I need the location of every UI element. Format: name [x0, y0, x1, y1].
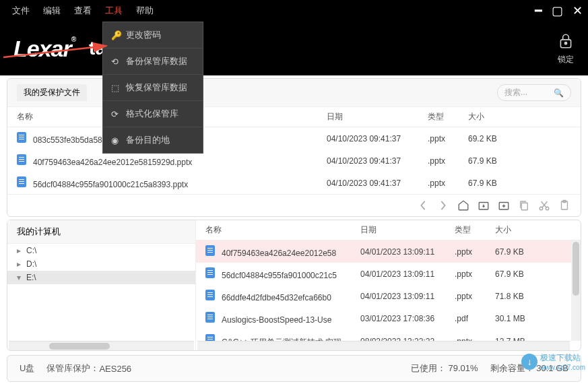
dropdown-label: 备份保管库数据 [126, 55, 187, 67]
file-list: 名称 日期 类型 大小 40f759463ea426a24ee2012e5804… [196, 220, 581, 350]
svg-rect-5 [521, 203, 527, 210]
file-icon [205, 245, 215, 256]
close-icon[interactable]: ✕ [573, 3, 583, 18]
lock-label: 锁定 [558, 55, 574, 64]
dropdown-backup-destination[interactable]: ◉ 备份目的地 [103, 127, 203, 153]
column-headers: 名称 日期 类型 大小 [7, 107, 581, 127]
menu-help[interactable]: 帮助 [129, 2, 160, 20]
lock-icon [557, 32, 575, 54]
dropdown-label: 格式化保管库 [126, 108, 178, 120]
file-icon [17, 176, 26, 187]
svg-point-2 [564, 42, 566, 44]
status-drive: U盘 [20, 362, 34, 375]
folder-down-icon[interactable] [477, 199, 490, 212]
tools-dropdown: 🔑 更改密码 ⟲ 备份保管库数据 ⬚ 恢复保管库数据 ⟳ 格式化保管库 ◉ 备份… [102, 22, 203, 154]
file-icon [17, 132, 26, 143]
col-type[interactable]: 类型 [428, 111, 468, 123]
watermark-site: 极速下载站 [540, 352, 585, 364]
nav-back-icon[interactable] [416, 199, 430, 212]
col-name[interactable]: 名称 [205, 224, 360, 236]
paste-icon[interactable] [558, 199, 571, 212]
cut-icon[interactable] [537, 199, 551, 212]
file-row[interactable]: Auslogics-BoostSpeed-13-Use03/01/2023 17… [196, 307, 581, 329]
drive-item[interactable]: ▸C:\ [7, 244, 195, 257]
computer-panel: 我的计算机 ▸C:\▸D:\▾E:\ 名称 日期 类型 大小 40f759463… [7, 220, 581, 351]
maximize-icon[interactable]: ▢ [552, 3, 563, 18]
column-headers: 名称 日期 类型 大小 [196, 220, 581, 240]
key-icon: 🔑 [111, 30, 121, 40]
format-icon: ⟳ [111, 109, 121, 119]
menu-file[interactable]: 文件 [5, 2, 36, 20]
col-size[interactable]: 大小 [468, 111, 571, 123]
dropdown-restore-vault[interactable]: ⬚ 恢复保管库数据 [103, 75, 203, 101]
watermark: ↓ 极速下载站 www.xz27.com [521, 352, 585, 371]
drive-item[interactable]: ▸D:\ [7, 257, 195, 271]
expand-icon: ▸ [17, 246, 24, 255]
nav-forward-icon[interactable] [436, 199, 450, 212]
dropdown-label: 更改密码 [126, 29, 161, 41]
file-icon [205, 290, 215, 300]
protected-files-panel: 我的受保护文件 搜索... 🔍 名称 日期 类型 大小 083c553fe3b5… [7, 78, 581, 217]
search-input[interactable]: 搜索... 🔍 [497, 84, 571, 101]
file-icon [205, 312, 215, 323]
file-icon [205, 267, 215, 278]
drive-tree: 我的计算机 ▸C:\▸D:\▾E:\ [7, 220, 196, 350]
window-controls: ━ ▢ ✕ [535, 3, 583, 18]
list-scrollbar-h[interactable] [197, 341, 570, 350]
menu-bar: 文件 编辑 查看 工具 帮助 ━ ▢ ✕ [0, 0, 588, 22]
new-folder-icon[interactable] [497, 199, 511, 212]
file-row[interactable]: 56dcf04884c955fa901000c21c5a8393.pptx04/… [7, 172, 581, 194]
file-row[interactable]: 40f759463ea426a24ee2012e5804/01/2023 13:… [196, 240, 581, 263]
file-icon [17, 154, 26, 165]
file-row[interactable]: 40f759463ea426a24ee2012e5815929d.pptx04/… [7, 150, 581, 172]
drive-item[interactable]: ▾E:\ [7, 271, 195, 284]
watermark-icon: ↓ [521, 354, 537, 370]
tree-scrollbar[interactable] [9, 341, 194, 350]
menu-tools[interactable]: 工具 [98, 2, 129, 20]
dropdown-format-vault[interactable]: ⟳ 格式化保管库 [103, 101, 203, 127]
dropdown-label: 恢复保管库数据 [126, 82, 187, 94]
backup-icon: ⟲ [111, 57, 121, 66]
file-toolbar [7, 194, 581, 216]
col-type[interactable]: 类型 [455, 224, 495, 236]
logo: Lexar® [13, 36, 75, 62]
expand-icon: ▸ [17, 259, 24, 269]
minimize-icon[interactable]: ━ [535, 3, 542, 18]
home-icon[interactable] [457, 199, 470, 212]
copy-icon[interactable] [517, 199, 531, 212]
tree-header: 我的计算机 [7, 220, 195, 244]
status-encryption: AES256 [99, 364, 131, 374]
menu-edit[interactable]: 编辑 [36, 2, 67, 20]
lock-button[interactable]: 锁定 [557, 32, 575, 65]
file-row[interactable]: 66ddfe4d2fdbe45d32efca66b004/01/2023 13:… [196, 285, 581, 307]
dropdown-label: 备份目的地 [126, 134, 170, 146]
menu-view[interactable]: 查看 [67, 2, 98, 20]
status-bar: U盘 保管库保护： AES256 已使用： 79.01% 剩余容量： 30.1 … [7, 355, 581, 382]
app-header: Lexar® taShield ™ 锁定 [0, 22, 588, 75]
dropdown-backup-vault[interactable]: ⟲ 备份保管库数据 [103, 48, 203, 75]
status-vault-label: 保管库保护： [46, 362, 99, 375]
file-row[interactable]: 083c553fe3b5da58122b4be0ce071c7a.pptx04/… [7, 127, 581, 150]
location-icon: ◉ [111, 135, 121, 145]
expand-icon: ▾ [17, 273, 24, 282]
tab-protected-files[interactable]: 我的受保护文件 [17, 84, 87, 101]
search-icon: 🔍 [554, 88, 564, 98]
list-scrollbar-v[interactable] [571, 240, 581, 341]
file-row[interactable]: 56dcf04884c955fa901000c21c504/01/2023 13… [196, 263, 581, 285]
restore-icon: ⬚ [111, 83, 121, 92]
col-date[interactable]: 日期 [327, 111, 428, 123]
watermark-url: www.xz27.com [540, 364, 585, 371]
col-date[interactable]: 日期 [360, 224, 455, 236]
search-placeholder: 搜索... [504, 87, 527, 98]
col-size[interactable]: 大小 [495, 224, 571, 236]
dropdown-change-password[interactable]: 🔑 更改密码 [103, 22, 203, 48]
